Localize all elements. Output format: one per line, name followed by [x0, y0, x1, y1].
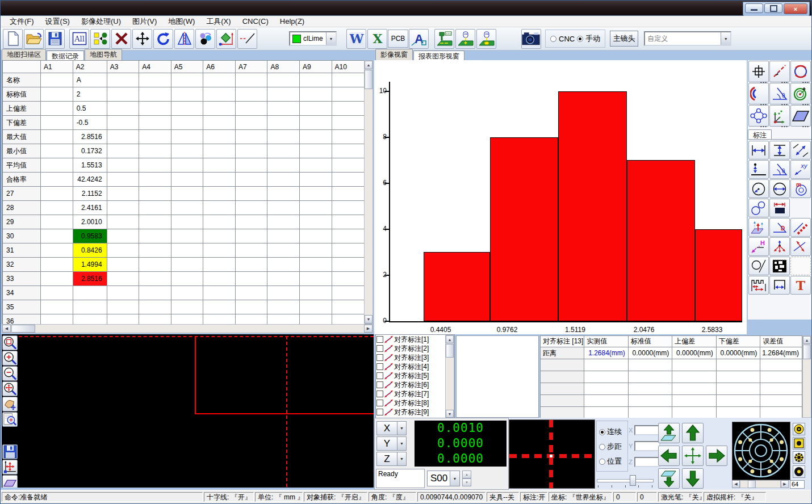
dim-h-line-button[interactable]: H — [748, 237, 769, 256]
save-image-button[interactable] — [2, 444, 18, 459]
table-vscrollbar[interactable]: ▲ ▼ — [364, 60, 373, 324]
cell[interactable] — [300, 258, 332, 272]
cell[interactable] — [107, 215, 139, 229]
plane-tool-button[interactable] — [2, 475, 18, 488]
cell[interactable] — [235, 102, 267, 116]
chevron-down-icon[interactable]: ▼ — [450, 471, 459, 486]
row-header-34[interactable]: 34 — [3, 286, 41, 300]
dim-mark-circle-button[interactable]: m — [790, 179, 811, 198]
cell[interactable] — [235, 73, 267, 87]
row-header-28[interactable]: 28 — [3, 201, 41, 215]
col-header-A9[interactable]: A9 — [300, 61, 332, 73]
tab-数据记录[interactable]: 数据记录 — [47, 51, 84, 60]
row-header-标称值[interactable]: 标称值 — [3, 87, 41, 102]
cell[interactable] — [139, 158, 171, 173]
cell[interactable] — [332, 258, 364, 272]
jog-input-Y[interactable] — [634, 441, 660, 451]
cell[interactable] — [300, 201, 332, 215]
chevron-down-icon[interactable]: ▼ — [721, 32, 730, 45]
joystick-scrollbar[interactable]: ◀ ▶ — [732, 480, 789, 488]
cell[interactable] — [300, 300, 332, 314]
cell[interactable] — [267, 229, 300, 243]
dim-profile-button[interactable] — [748, 276, 769, 295]
cell[interactable] — [107, 229, 139, 243]
joystick-speed-value[interactable]: 64 — [790, 480, 805, 489]
cell[interactable] — [171, 272, 203, 286]
cell[interactable] — [267, 286, 300, 300]
cell[interactable] — [235, 116, 267, 130]
aux-dot-circle-button[interactable] — [793, 465, 805, 478]
axis-button-X[interactable]: X — [376, 421, 397, 435]
cell[interactable] — [139, 116, 171, 130]
axis-button-Z[interactable]: Z — [376, 452, 397, 466]
cell[interactable] — [139, 215, 171, 229]
cell[interactable] — [139, 286, 171, 300]
spin-down-icon[interactable]: ▼ — [462, 478, 471, 486]
row-header-33[interactable]: 33 — [3, 272, 41, 286]
cell[interactable] — [235, 229, 267, 243]
cell-A2-34[interactable] — [73, 286, 107, 300]
cell[interactable] — [41, 73, 73, 87]
list-item[interactable]: 对齐标注[9] — [376, 408, 454, 417]
dim-radius-button[interactable] — [748, 179, 769, 198]
checkbox[interactable] — [376, 336, 383, 343]
row-header-27[interactable]: 27 — [3, 187, 41, 201]
camera-image-view[interactable] — [2, 334, 374, 488]
scroll-up-icon[interactable]: ▲ — [803, 336, 811, 344]
dim-three-axis-button[interactable] — [769, 237, 790, 256]
cell[interactable] — [203, 87, 236, 102]
cell[interactable] — [267, 215, 300, 229]
cell[interactable] — [171, 144, 203, 158]
mode-radio-连续[interactable] — [599, 429, 605, 435]
cell[interactable] — [171, 116, 203, 130]
cell[interactable] — [171, 314, 203, 325]
cell[interactable] — [300, 102, 332, 116]
cell[interactable] — [332, 314, 364, 325]
row-header-合格率[interactable]: 合格率 — [3, 173, 41, 187]
cell[interactable] — [300, 187, 332, 201]
cell-A2-35[interactable] — [73, 300, 107, 314]
col-header-A3[interactable]: A3 — [107, 61, 139, 73]
jog-input-Z[interactable] — [634, 457, 660, 467]
cell[interactable] — [41, 229, 73, 243]
dim-angle-d-button[interactable]: D — [769, 218, 790, 237]
list-item[interactable]: 对齐标注[8] — [376, 398, 454, 408]
list-item[interactable]: 对齐标注[6] — [376, 380, 454, 389]
cell[interactable] — [171, 130, 203, 144]
cell[interactable] — [235, 87, 267, 102]
checkbox[interactable] — [376, 354, 383, 361]
dim-bracket-button[interactable] — [769, 276, 790, 295]
cell[interactable] — [235, 130, 267, 144]
cell[interactable] — [41, 130, 73, 144]
scroll-up-icon[interactable]: ▲ — [365, 61, 372, 69]
col-header-A10[interactable]: A10 — [332, 61, 364, 73]
row-header-最大值[interactable]: 最大值 — [3, 130, 41, 144]
cell[interactable] — [300, 144, 332, 158]
cell[interactable] — [107, 158, 139, 173]
zoom-out-button[interactable] — [2, 366, 18, 381]
col-header-A8[interactable]: A8 — [267, 61, 300, 73]
tab-annotation[interactable]: 标注 — [748, 129, 772, 139]
cell[interactable] — [300, 272, 332, 286]
menu-地图(W)[interactable]: 地图(W) — [162, 16, 200, 27]
transform-frame-button[interactable] — [216, 29, 236, 49]
cell[interactable] — [139, 73, 171, 87]
cell[interactable] — [203, 116, 236, 130]
maximize-button[interactable] — [764, 3, 782, 13]
list-item[interactable]: 对齐标注[1] — [376, 335, 454, 344]
aux-ring-button[interactable] — [793, 423, 805, 435]
axis-button-Y[interactable]: Y — [376, 436, 397, 451]
list-item[interactable]: 对齐标注[4] — [376, 362, 454, 371]
cell[interactable] — [332, 286, 364, 300]
cell[interactable] — [139, 173, 171, 187]
chevron-down-icon[interactable]: ▼ — [326, 32, 336, 45]
cell[interactable] — [107, 243, 139, 258]
scroll-right-icon[interactable]: ▶ — [781, 480, 789, 488]
col-header-A6[interactable]: A6 — [203, 61, 236, 73]
cell[interactable] — [139, 130, 171, 144]
cell-A2-36[interactable] — [73, 314, 107, 325]
menu-文件(F)[interactable]: 文件(F) — [4, 16, 40, 27]
cell[interactable] — [300, 173, 332, 187]
cell[interactable] — [171, 102, 203, 116]
cell[interactable] — [107, 130, 139, 144]
